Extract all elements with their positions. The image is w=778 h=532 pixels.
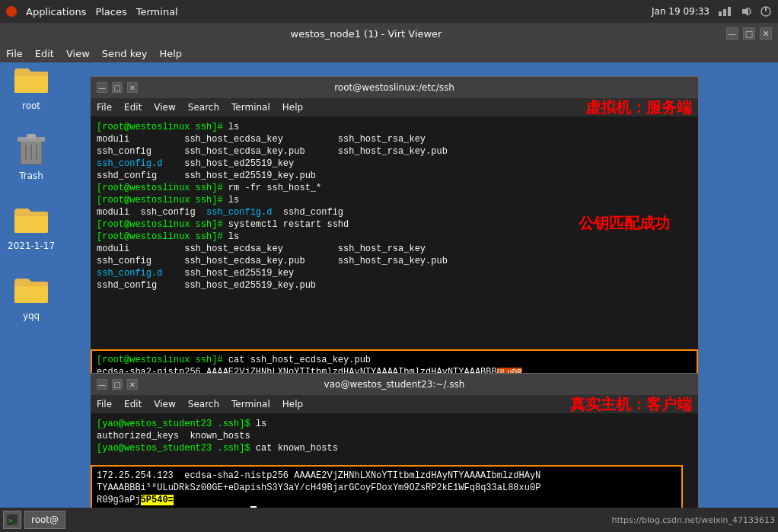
- svg-rect-1: [723, 9, 726, 16]
- folder-icon-date: [13, 201, 49, 237]
- client-terminal-titlebar: — □ ✕ vao@westos_student23:~/.ssh: [91, 374, 698, 395]
- places-menu[interactable]: Places: [95, 6, 126, 18]
- term-line-highlight: [root@westoslinux ssh]# cat ssh_host_ecd…: [97, 354, 692, 366]
- sp540-client-badge: 5P540=: [141, 495, 174, 505]
- svg-marker-3: [742, 7, 748, 16]
- term-line: ssh_config.d ssh_host_ed25519_key: [97, 158, 692, 170]
- term-line: ssh_config.d ssh_host_ed25519_key: [97, 267, 692, 279]
- term-line: ssh_config ssh_host_ecdsa_key.pub ssh_ho…: [97, 145, 692, 158]
- gnome-panel: Applications Places Terminal Jan 19 09:3…: [0, 0, 778, 23]
- terminal-menu[interactable]: Terminal: [136, 6, 178, 18]
- gnome-app-dot: [6, 6, 17, 17]
- server-menu-help[interactable]: Help: [282, 102, 303, 113]
- svg-rect-2: [728, 7, 731, 16]
- taskbar-app-label: root@: [31, 514, 59, 525]
- client-terminal: — □ ✕ vao@westos_student23:~/.ssh File E…: [90, 373, 699, 525]
- client-menu-help[interactable]: Help: [282, 399, 303, 409]
- desktop-icons: root Trash 2021-1-17: [8, 61, 55, 321]
- server-label: 虚拟机：服务端: [585, 97, 692, 118]
- maximize-button[interactable]: □: [743, 27, 755, 40]
- desktop-icon-root[interactable]: root: [13, 61, 49, 111]
- virt-viewer-window-controls: — □ ✕: [726, 27, 772, 40]
- client-menu-edit[interactable]: Edit: [124, 399, 142, 409]
- server-terminal-title: root@westoslinux:/etc/ssh: [138, 82, 651, 93]
- virt-viewer-menubar: File Edit View Send key Help: [0, 44, 778, 62]
- server-terminal-minimize[interactable]: —: [97, 82, 107, 93]
- server-terminal-content[interactable]: [root@westoslinux ssh]# ls moduli ssh_ho…: [91, 116, 698, 395]
- gnome-panel-left: Applications Places Terminal: [6, 6, 178, 18]
- term-line: sshd_config ssh_host_ed25519_key.pub: [97, 279, 692, 291]
- term-line: [root@westoslinux ssh]# ls: [97, 121, 692, 133]
- virt-menu-help[interactable]: Help: [159, 48, 182, 59]
- client-label: 真实主机：客户端: [570, 394, 692, 415]
- server-terminal-close[interactable]: ✕: [127, 82, 138, 93]
- client-term-line-highlight: R09g3aPj5P540=: [97, 494, 677, 506]
- client-term-line-highlight: TYAAABBBi⁵⁰ULuDRkSz00GE+eDapishS3Y3aY/cH…: [97, 482, 677, 494]
- term-line: [root@westoslinux ssh]# ls: [97, 194, 692, 206]
- server-terminal-maximize[interactable]: □: [112, 82, 123, 93]
- folder-icon-yqq: [13, 271, 49, 307]
- taskbar-app-icon[interactable]: >_: [3, 511, 21, 529]
- gnome-panel-right: Jan 19 09:33: [652, 5, 772, 18]
- virt-viewer-titlebar: westos_node1 (1) - Virt Viewer — □ ✕: [0, 23, 778, 44]
- server-menu-view[interactable]: View: [154, 102, 175, 113]
- client-term-line: [yao@westos_student23 .ssh]$ cat known_h…: [97, 442, 692, 454]
- client-terminal-minimize[interactable]: —: [97, 379, 107, 390]
- client-menu-search[interactable]: Search: [188, 399, 219, 409]
- power-icon[interactable]: [760, 5, 772, 18]
- minimize-button[interactable]: —: [726, 27, 738, 40]
- watermark: https://blog.csdn.net/weixin_47133613: [611, 515, 775, 525]
- svg-rect-8: [27, 134, 36, 139]
- taskbar: >_ root@ https://blog.csdn.net/weixin_47…: [0, 508, 778, 532]
- client-menu-terminal[interactable]: Terminal: [231, 399, 270, 409]
- desktop-icon-date-label: 2021-1-17: [8, 241, 55, 251]
- desktop-icon-yqq-label: yqq: [23, 311, 40, 321]
- virt-menu-sendkey[interactable]: Send key: [102, 48, 148, 59]
- close-button[interactable]: ✕: [760, 27, 772, 40]
- datetime-display: Jan 19 09:33: [652, 6, 709, 17]
- desktop-icon-date[interactable]: 2021-1-17: [8, 201, 55, 251]
- client-terminal-maximize[interactable]: □: [112, 379, 123, 390]
- trash-icon: [13, 131, 49, 167]
- virt-menu-file[interactable]: File: [6, 48, 23, 59]
- term-line: ssh_config ssh_host_ecdsa_key.pub ssh_ho…: [97, 255, 692, 267]
- applications-menu[interactable]: Applications: [26, 6, 86, 18]
- client-terminal-menubar: File Edit View Search Terminal Help 真实主机…: [91, 395, 698, 413]
- virt-viewer-title: westos_node1 (1) - Virt Viewer: [6, 28, 726, 40]
- term-line: moduli ssh_host_ecdsa_key ssh_host_rsa_k…: [97, 243, 692, 255]
- term-line: [root@westoslinux ssh]# rm -fr ssh_host_…: [97, 182, 692, 194]
- server-terminal-controls: — □ ✕: [97, 82, 138, 93]
- volume-icon: [740, 5, 752, 18]
- desktop-icon-yqq[interactable]: yqq: [13, 271, 49, 321]
- server-terminal-menubar: File Edit View Search Terminal Help 虚拟机：…: [91, 98, 698, 116]
- server-menu-file[interactable]: File: [97, 102, 112, 113]
- client-terminal-controls: — □ ✕: [97, 379, 138, 390]
- server-terminal-titlebar: — □ ✕ root@westoslinux:/etc/ssh: [91, 77, 698, 98]
- client-terminal-close[interactable]: ✕: [127, 379, 138, 390]
- client-terminal-title: vao@westos_student23:~/.ssh: [138, 379, 651, 390]
- client-term-line: authorized_keys known_hosts: [97, 430, 692, 442]
- term-line: sshd_config ssh_host_ed25519_key.pub: [97, 170, 692, 182]
- desktop-icon-trash[interactable]: Trash: [13, 131, 49, 181]
- client-term-line: [yao@westos_student23 .ssh]$ ls: [97, 418, 692, 430]
- server-terminal: — □ ✕ root@westoslinux:/etc/ssh File Edi…: [90, 76, 699, 396]
- client-menu-view[interactable]: View: [154, 399, 175, 409]
- svg-text:>_: >_: [8, 517, 17, 524]
- terminal-taskbar-icon: >_: [7, 514, 18, 525]
- client-menu-file[interactable]: File: [97, 399, 112, 409]
- folder-icon-root: [13, 61, 49, 97]
- server-menu-terminal[interactable]: Terminal: [231, 102, 270, 113]
- network-icon: [717, 5, 732, 18]
- virt-menu-view[interactable]: View: [66, 48, 90, 59]
- desktop-icon-trash-label: Trash: [19, 170, 43, 181]
- taskbar-app-button[interactable]: root@: [24, 511, 65, 529]
- client-term-line-highlight: 172.25.254.123 ecdsa-sha2-nistp256 AAAAE…: [97, 470, 677, 482]
- svg-rect-0: [719, 11, 722, 16]
- server-menu-search[interactable]: Search: [188, 102, 219, 113]
- term-line: moduli ssh_host_ecdsa_key ssh_host_rsa_k…: [97, 133, 692, 145]
- server-menu-edit[interactable]: Edit: [124, 102, 142, 113]
- virt-menu-edit[interactable]: Edit: [35, 48, 54, 59]
- pubkey-match-display: 公钥匹配成功: [579, 213, 670, 234]
- desktop-icon-root-label: root: [22, 100, 40, 111]
